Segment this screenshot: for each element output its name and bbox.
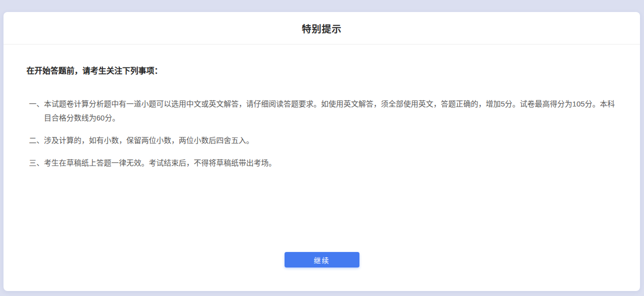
notice-item: 三、 考生在草稿纸上答题一律无效。考试结束后，不得将草稿纸带出考场。 <box>26 156 617 170</box>
notice-text: 本试题卷计算分析题中有一道小题可以选用中文或英文解答，请仔细阅读答题要求。如使用… <box>44 97 617 125</box>
notice-dialog: 特别提示 在开始答题前，请考生关注下列事项： 一、 本试题卷计算分析题中有一道小… <box>3 12 640 291</box>
continue-button[interactable]: 继续 <box>285 252 359 268</box>
notice-text: 考生在草稿纸上答题一律无效。考试结束后，不得将草稿纸带出考场。 <box>44 156 617 170</box>
page-background: 特别提示 在开始答题前，请考生关注下列事项： 一、 本试题卷计算分析题中有一道小… <box>0 0 644 296</box>
notice-list: 一、 本试题卷计算分析题中有一道小题可以选用中文或英文解答，请仔细阅读答题要求。… <box>26 97 617 170</box>
notice-marker: 二、 <box>29 134 44 148</box>
notice-marker: 一、 <box>29 97 44 111</box>
notice-intro: 在开始答题前，请考生关注下列事项： <box>26 64 617 76</box>
notice-marker: 三、 <box>29 156 44 170</box>
notice-text: 涉及计算的，如有小数，保留两位小数，两位小数后四舍五入。 <box>44 134 617 148</box>
notice-item: 一、 本试题卷计算分析题中有一道小题可以选用中文或英文解答，请仔细阅读答题要求。… <box>26 97 617 125</box>
dialog-body: 在开始答题前，请考生关注下列事项： 一、 本试题卷计算分析题中有一道小题可以选用… <box>3 44 640 170</box>
dialog-title: 特别提示 <box>302 22 341 35</box>
dialog-header: 特别提示 <box>3 12 640 44</box>
notice-item: 二、 涉及计算的，如有小数，保留两位小数，两位小数后四舍五入。 <box>26 134 617 148</box>
